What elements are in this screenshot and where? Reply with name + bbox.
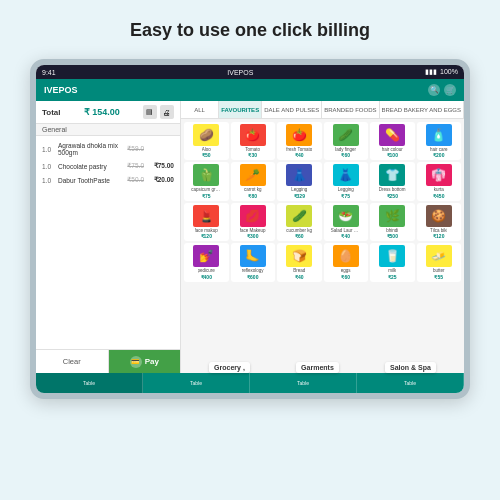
product-item-9[interactable]: 👗 Legging ₹75 bbox=[324, 162, 369, 200]
product-image-21: 🥚 bbox=[333, 245, 359, 267]
product-item-23[interactable]: 🧈 butter ₹55 bbox=[417, 243, 462, 281]
product-item-21[interactable]: 🥚 eggs ₹60 bbox=[324, 243, 369, 281]
status-bar: 9:41 IVEPOS ▮▮▮ 100% bbox=[36, 65, 464, 79]
product-item-19[interactable]: 🦶 reflexology ₹600 bbox=[231, 243, 276, 281]
product-price-3: ₹60 bbox=[341, 152, 350, 158]
product-item-11[interactable]: 👘 kurta ₹450 bbox=[417, 162, 462, 200]
battery-icon: 100% bbox=[440, 68, 458, 76]
product-item-5[interactable]: 🧴 hair care ₹200 bbox=[417, 122, 462, 160]
product-image-4: 💊 bbox=[379, 124, 405, 146]
product-image-20: 🍞 bbox=[286, 245, 312, 267]
product-image-0: 🥔 bbox=[193, 124, 219, 146]
product-price-18: ₹400 bbox=[201, 274, 212, 280]
product-item-17[interactable]: 🍪 Tilca biki ₹120 bbox=[417, 203, 462, 241]
cart-item-qty: 1.0 bbox=[42, 146, 56, 153]
category-tab-0[interactable]: ALL bbox=[181, 101, 219, 118]
product-image-15: 🥗 bbox=[333, 205, 359, 227]
clear-button[interactable]: Clear bbox=[36, 350, 109, 373]
bottom-tab-2[interactable]: Table bbox=[250, 373, 357, 393]
product-image-16: 🌿 bbox=[379, 205, 405, 227]
bottom-tab-label-0: Table bbox=[83, 380, 95, 386]
bottom-tab-3[interactable]: Table bbox=[357, 373, 464, 393]
product-item-2[interactable]: 🍅 fresh Tomato ₹40 bbox=[277, 122, 322, 160]
cart-item-name: Dabur ToothPaste bbox=[58, 177, 120, 184]
product-item-22[interactable]: 🥛 milk ₹25 bbox=[370, 243, 415, 281]
cart-total-bar: Total ₹ 154.00 ▤ 🖨 bbox=[36, 101, 180, 124]
product-price-14: ₹60 bbox=[295, 233, 304, 239]
product-price-22: ₹25 bbox=[388, 274, 397, 280]
tablet-mockup: 9:41 IVEPOS ▮▮▮ 100% IVEPOS 🔍 🛒 Total ₹ … bbox=[30, 59, 470, 399]
cart-item-qty: 1.0 bbox=[42, 177, 56, 184]
category-tab-3[interactable]: BRANDED FOODS bbox=[322, 101, 379, 118]
product-item-10[interactable]: 👕 Dress bottom ₹250 bbox=[370, 162, 415, 200]
product-price-5: ₹200 bbox=[433, 152, 444, 158]
category-tab-1[interactable]: FAVOURITES bbox=[219, 101, 262, 118]
cart-items-list: 1.0 Agrawala dhokla mix 500gm ₹59.0 1.0 … bbox=[36, 136, 180, 349]
product-item-3[interactable]: 🥒 lady finger ₹60 bbox=[324, 122, 369, 160]
cart-action-icons: ▤ 🖨 bbox=[143, 105, 174, 119]
print-icon[interactable]: 🖨 bbox=[160, 105, 174, 119]
product-item-0[interactable]: 🥔 Aloo ₹50 bbox=[184, 122, 229, 160]
product-grid: 🥔 Aloo ₹50 🍅 Tomato ₹30 🍅 fresh Tomato ₹… bbox=[181, 119, 464, 373]
product-item-14[interactable]: 🥒 cucumber kg ₹60 bbox=[277, 203, 322, 241]
cart-item-name: Chocolate pastry bbox=[58, 163, 120, 170]
product-item-6[interactable]: 🫑 capsicum green ₹75 bbox=[184, 162, 229, 200]
product-image-12: 💄 bbox=[193, 205, 219, 227]
cart-icon[interactable]: 🛒 bbox=[444, 84, 456, 96]
app-name: IVEPOS bbox=[227, 69, 253, 76]
product-item-1[interactable]: 🍅 Tomato ₹30 bbox=[231, 122, 276, 160]
cart-panel: Total ₹ 154.00 ▤ 🖨 General 1.0 Agrawala … bbox=[36, 101, 181, 373]
product-image-7: 🥕 bbox=[240, 164, 266, 186]
product-item-16[interactable]: 🌿 bhindi ₹500 bbox=[370, 203, 415, 241]
app-header-title: IVEPOS bbox=[44, 85, 78, 95]
product-price-10: ₹250 bbox=[387, 193, 398, 199]
product-image-10: 👕 bbox=[379, 164, 405, 186]
cart-item-price: ₹75.00 bbox=[146, 162, 174, 170]
barcode-icon[interactable]: ▤ bbox=[143, 105, 157, 119]
product-price-20: ₹40 bbox=[295, 274, 304, 280]
cart-item[interactable]: 1.0 Dabur ToothPaste ₹50.0 ₹20.00 bbox=[36, 173, 180, 187]
bottom-tab-1[interactable]: Table bbox=[143, 373, 250, 393]
category-tabs: ALLFAVOURITESDALE AND PULSESBRANDED FOOD… bbox=[181, 101, 464, 119]
product-price-16: ₹500 bbox=[387, 233, 398, 239]
product-price-21: ₹60 bbox=[341, 274, 350, 280]
product-image-23: 🧈 bbox=[426, 245, 452, 267]
product-item-7[interactable]: 🥕 carrot kg ₹80 bbox=[231, 162, 276, 200]
cart-item-orig-price: ₹75.0 bbox=[122, 162, 144, 170]
bottom-tab-label-1: Table bbox=[190, 380, 202, 386]
product-item-8[interactable]: 👗 Legging ₹329 bbox=[277, 162, 322, 200]
product-item-15[interactable]: 🥗 Salad Laur Height ₹40 bbox=[324, 203, 369, 241]
category-tab-4[interactable]: BREAD BAKERY AND EGGS bbox=[380, 101, 464, 118]
product-price-11: ₹450 bbox=[433, 193, 444, 199]
product-price-2: ₹40 bbox=[295, 152, 304, 158]
product-item-4[interactable]: 💊 hair colour ₹100 bbox=[370, 122, 415, 160]
product-image-11: 👘 bbox=[426, 164, 452, 186]
product-price-19: ₹600 bbox=[247, 274, 258, 280]
clear-label: Clear bbox=[63, 357, 81, 366]
product-item-18[interactable]: 💅 pedicure ₹400 bbox=[184, 243, 229, 281]
product-item-20[interactable]: 🍞 Bread ₹40 bbox=[277, 243, 322, 281]
product-image-22: 🥛 bbox=[379, 245, 405, 267]
cart-total-amount: ₹ 154.00 bbox=[84, 107, 120, 117]
search-icon[interactable]: 🔍 bbox=[428, 84, 440, 96]
cart-item-orig-price: ₹59.0 bbox=[122, 145, 144, 153]
bottom-tab-0[interactable]: Table bbox=[36, 373, 143, 393]
pay-button[interactable]: 💳 Pay bbox=[109, 350, 181, 373]
headline: Easy to use one click billing bbox=[130, 20, 370, 41]
product-item-13[interactable]: 💋 face Makeup ₹300 bbox=[231, 203, 276, 241]
product-price-13: ₹300 bbox=[247, 233, 258, 239]
cart-item[interactable]: 1.0 Chocolate pastry ₹75.0 ₹75.00 bbox=[36, 159, 180, 173]
product-price-8: ₹329 bbox=[294, 193, 305, 199]
product-image-8: 👗 bbox=[286, 164, 312, 186]
product-price-7: ₹80 bbox=[248, 193, 257, 199]
signal-icon: ▮▮▮ bbox=[425, 68, 437, 76]
main-container: Easy to use one click billing 9:41 IVEPO… bbox=[0, 0, 500, 500]
product-price-4: ₹100 bbox=[387, 152, 398, 158]
category-tab-2[interactable]: DALE AND PULSES bbox=[262, 101, 322, 118]
cart-item-orig-price: ₹50.0 bbox=[122, 176, 144, 184]
product-price-17: ₹120 bbox=[433, 233, 444, 239]
product-price-15: ₹40 bbox=[341, 233, 350, 239]
app-header: IVEPOS 🔍 🛒 bbox=[36, 79, 464, 101]
cart-item[interactable]: 1.0 Agrawala dhokla mix 500gm ₹59.0 bbox=[36, 139, 180, 159]
product-item-12[interactable]: 💄 face makup ₹120 bbox=[184, 203, 229, 241]
